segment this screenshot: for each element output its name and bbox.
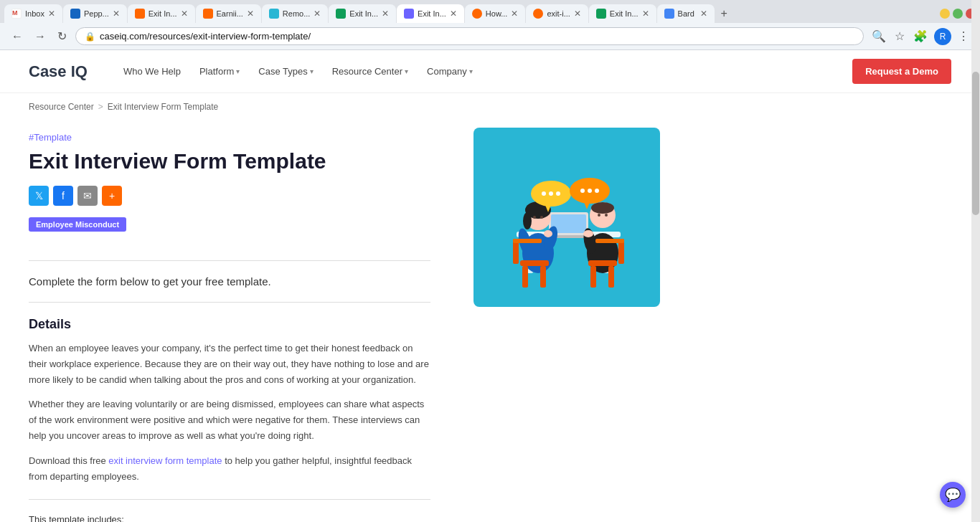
minimize-button[interactable]: [940, 9, 950, 19]
browser-tab-11[interactable]: Bard ✕: [657, 4, 715, 23]
tab-close-2[interactable]: ✕: [113, 9, 120, 19]
tab-title-1: Inbox: [25, 9, 44, 18]
hero-illustration: [473, 128, 660, 307]
tab-favicon-10: [596, 9, 606, 19]
more-share-button[interactable]: +: [102, 186, 122, 206]
url-input[interactable]: [100, 31, 854, 42]
browser-tab-8[interactable]: How... ✕: [465, 4, 526, 23]
chat-support-button[interactable]: 💬: [940, 482, 966, 508]
tab-close-3[interactable]: ✕: [181, 9, 188, 19]
nav-who-we-help[interactable]: Who We Help: [116, 62, 188, 81]
email-icon: ✉: [83, 190, 92, 201]
tab-close-6[interactable]: ✕: [382, 9, 389, 19]
tab-title-9: exit-i...: [547, 9, 570, 18]
details-section-title: Details: [29, 317, 430, 332]
window-controls: [940, 9, 976, 19]
chat-icon: 💬: [945, 487, 961, 503]
company-chevron-icon: ▾: [469, 67, 473, 75]
profile-icon[interactable]: R: [934, 28, 951, 45]
back-button[interactable]: ←: [9, 29, 26, 44]
svg-rect-28: [590, 266, 596, 288]
request-demo-button[interactable]: Request a Demo: [852, 59, 951, 84]
svg-rect-22: [520, 260, 549, 266]
security-lock-icon: 🔒: [85, 32, 95, 42]
employee-misconduct-badge[interactable]: Employee Misconduct: [29, 217, 126, 232]
new-tab-button[interactable]: +: [715, 4, 733, 23]
exit-interview-form-template-link[interactable]: exit interview form template: [108, 455, 222, 466]
tab-close-4[interactable]: ✕: [247, 9, 254, 19]
svg-point-11: [540, 216, 543, 219]
search-icon[interactable]: 🔍: [870, 27, 888, 45]
svg-point-14: [544, 230, 552, 237]
svg-point-39: [580, 189, 585, 193]
tab-close-1[interactable]: ✕: [48, 9, 55, 19]
breadcrumb-resource-center[interactable]: Resource Center: [29, 102, 94, 112]
tab-favicon-7: [404, 9, 414, 19]
breadcrumb-current: Exit Interview Form Template: [108, 102, 219, 112]
menu-icon[interactable]: ⋮: [956, 27, 971, 45]
tab-close-8[interactable]: ✕: [511, 9, 518, 19]
twitter-share-button[interactable]: 𝕏: [29, 186, 49, 206]
page-content: Case IQ Who We Help Platform ▾ Case Type…: [0, 50, 980, 522]
browser-tab-6[interactable]: Exit In... ✕: [329, 4, 396, 23]
tab-close-5[interactable]: ✕: [314, 9, 321, 19]
tab-favicon-6: [336, 9, 346, 19]
tab-title-4: Earnii...: [217, 9, 243, 18]
social-share-icons: 𝕏 f ✉ +: [29, 186, 430, 206]
interview-illustration-svg: [473, 128, 660, 307]
platform-chevron-icon: ▾: [236, 67, 240, 75]
browser-tab-9[interactable]: exit-i... ✕: [526, 4, 588, 23]
svg-rect-31: [595, 239, 624, 243]
nav-resource-center[interactable]: Resource Center ▾: [325, 62, 415, 81]
extension-icon[interactable]: 🧩: [911, 27, 930, 45]
browser-tab-2[interactable]: Pepp... ✕: [63, 4, 127, 23]
tab-favicon-9: [533, 9, 543, 19]
browser-tab-5[interactable]: Remo... ✕: [262, 4, 329, 23]
article-tag: #Template: [29, 132, 430, 143]
form-intro-text: Complete the form below to get your free…: [29, 275, 430, 288]
tab-close-9[interactable]: ✕: [574, 9, 581, 19]
browser-tab-4[interactable]: Earnii... ✕: [196, 4, 261, 23]
svg-rect-29: [608, 266, 614, 288]
svg-point-40: [588, 189, 592, 193]
page-scrollbar[interactable]: [971, 0, 980, 522]
tab-favicon-8: [472, 9, 482, 19]
browser-tab-3[interactable]: Exit In... ✕: [128, 4, 195, 23]
tab-close-10[interactable]: ✕: [642, 9, 649, 19]
svg-point-34: [542, 191, 546, 196]
maximize-button[interactable]: [953, 9, 963, 19]
article-title: Exit Interview Form Template: [29, 148, 430, 174]
svg-point-36: [556, 191, 560, 196]
site-logo[interactable]: Case IQ: [29, 62, 88, 81]
resource-center-chevron-icon: ▾: [405, 67, 408, 75]
svg-point-35: [549, 191, 553, 196]
bookmark-icon[interactable]: ☆: [892, 27, 907, 45]
address-bar[interactable]: 🔒: [75, 27, 864, 45]
tab-favicon-4: [203, 9, 213, 19]
tab-favicon-5: [269, 9, 279, 19]
scrollbar-thumb[interactable]: [972, 72, 979, 215]
browser-tab-7[interactable]: Exit In... ✕: [397, 4, 464, 23]
tab-close-7[interactable]: ✕: [450, 9, 457, 19]
forward-button[interactable]: →: [32, 29, 49, 44]
divider-2: [29, 302, 430, 303]
main-content-area: #Template Exit Interview Form Template 𝕏…: [0, 120, 789, 522]
browser-tab-1[interactable]: M Inbox ✕: [4, 4, 62, 23]
nav-platform[interactable]: Platform ▾: [192, 62, 247, 81]
svg-rect-24: [540, 266, 546, 288]
divider-1: [29, 260, 430, 261]
reload-button[interactable]: ↻: [55, 28, 70, 44]
nav-case-types[interactable]: Case Types ▾: [251, 62, 320, 81]
tab-title-5: Remo...: [283, 9, 311, 18]
tab-close-11[interactable]: ✕: [700, 9, 707, 19]
svg-marker-38: [584, 202, 590, 209]
email-share-button[interactable]: ✉: [77, 186, 98, 206]
tab-title-11: Bard: [678, 9, 694, 18]
site-navigation: Case IQ Who We Help Platform ▾ Case Type…: [0, 50, 980, 93]
facebook-share-button[interactable]: f: [53, 186, 73, 206]
browser-tab-10[interactable]: Exit In... ✕: [589, 4, 656, 23]
tab-title-3: Exit In...: [149, 9, 177, 18]
nav-company[interactable]: Company ▾: [420, 62, 480, 81]
svg-point-21: [583, 230, 593, 237]
browser-toolbar: ← → ↻ 🔒 🔍 ☆ 🧩 R ⋮: [0, 23, 980, 50]
